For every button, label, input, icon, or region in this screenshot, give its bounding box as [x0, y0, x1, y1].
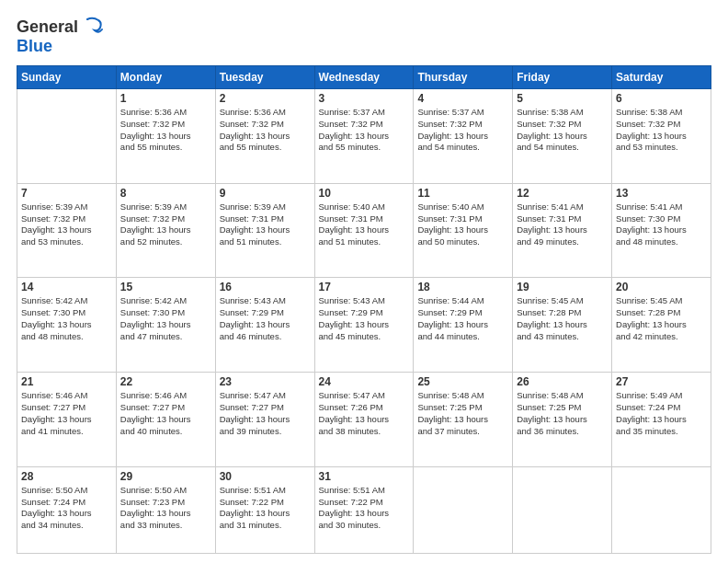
day-info: Sunrise: 5:48 AM Sunset: 7:25 PM Dayligh… — [517, 390, 608, 437]
day-info: Sunrise: 5:40 AM Sunset: 7:31 PM Dayligh… — [319, 201, 410, 248]
day-info: Sunrise: 5:47 AM Sunset: 7:26 PM Dayligh… — [319, 390, 410, 437]
calendar-cell: 3Sunrise: 5:37 AM Sunset: 7:32 PM Daylig… — [314, 89, 414, 184]
weekday-header: Saturday — [612, 66, 711, 89]
day-number: 27 — [616, 375, 707, 388]
day-info: Sunrise: 5:50 AM Sunset: 7:24 PM Dayligh… — [21, 485, 112, 532]
day-number: 18 — [417, 281, 508, 293]
day-info: Sunrise: 5:43 AM Sunset: 7:29 PM Dayligh… — [319, 295, 410, 342]
calendar-cell: 19Sunrise: 5:45 AM Sunset: 7:28 PM Dayli… — [513, 278, 612, 373]
calendar-cell: 26Sunrise: 5:48 AM Sunset: 7:25 PM Dayli… — [513, 373, 612, 467]
day-number: 12 — [517, 187, 608, 200]
calendar-cell: 24Sunrise: 5:47 AM Sunset: 7:26 PM Dayli… — [314, 373, 414, 467]
day-number: 8 — [120, 187, 211, 200]
day-number: 14 — [21, 281, 112, 293]
calendar-cell: 5Sunrise: 5:38 AM Sunset: 7:32 PM Daylig… — [513, 89, 612, 184]
day-number: 1 — [120, 92, 211, 105]
calendar-cell: 17Sunrise: 5:43 AM Sunset: 7:29 PM Dayli… — [314, 278, 414, 373]
logo-general-text: General — [17, 17, 78, 37]
day-info: Sunrise: 5:49 AM Sunset: 7:24 PM Dayligh… — [616, 390, 707, 437]
calendar-cell — [612, 466, 711, 553]
calendar-cell: 30Sunrise: 5:51 AM Sunset: 7:22 PM Dayli… — [215, 466, 314, 553]
calendar-cell: 21Sunrise: 5:46 AM Sunset: 7:27 PM Dayli… — [17, 373, 117, 467]
calendar-week-row: 7Sunrise: 5:39 AM Sunset: 7:32 PM Daylig… — [17, 183, 711, 278]
day-info: Sunrise: 5:36 AM Sunset: 7:32 PM Dayligh… — [220, 107, 311, 154]
calendar-cell — [513, 466, 612, 553]
weekday-header: Thursday — [414, 66, 513, 89]
header: General Blue — [17, 17, 711, 56]
day-info: Sunrise: 5:38 AM Sunset: 7:32 PM Dayligh… — [616, 107, 707, 154]
calendar-cell: 15Sunrise: 5:42 AM Sunset: 7:30 PM Dayli… — [116, 278, 215, 373]
day-info: Sunrise: 5:39 AM Sunset: 7:32 PM Dayligh… — [120, 201, 211, 248]
page: General Blue SundayMondayTuesdayWednesda… — [0, 0, 728, 563]
day-number: 3 — [319, 92, 410, 105]
calendar-week-row: 21Sunrise: 5:46 AM Sunset: 7:27 PM Dayli… — [17, 373, 711, 467]
day-number: 20 — [616, 281, 707, 293]
day-number: 25 — [417, 375, 508, 388]
calendar-header-row: SundayMondayTuesdayWednesdayThursdayFrid… — [17, 66, 711, 89]
day-number: 7 — [21, 187, 112, 200]
day-info: Sunrise: 5:36 AM Sunset: 7:32 PM Dayligh… — [120, 107, 211, 154]
day-number: 24 — [319, 375, 410, 388]
day-info: Sunrise: 5:51 AM Sunset: 7:22 PM Dayligh… — [220, 485, 311, 532]
day-number: 21 — [21, 375, 112, 388]
calendar-cell: 29Sunrise: 5:50 AM Sunset: 7:23 PM Dayli… — [116, 466, 215, 553]
calendar-table: SundayMondayTuesdayWednesdayThursdayFrid… — [17, 65, 711, 554]
weekday-header: Wednesday — [314, 66, 414, 89]
weekday-header: Tuesday — [215, 66, 314, 89]
logo-bird-icon — [78, 17, 104, 37]
day-number: 23 — [220, 375, 311, 388]
calendar-cell: 20Sunrise: 5:45 AM Sunset: 7:28 PM Dayli… — [612, 278, 711, 373]
calendar-cell: 1Sunrise: 5:36 AM Sunset: 7:32 PM Daylig… — [116, 89, 215, 184]
calendar-cell: 18Sunrise: 5:44 AM Sunset: 7:29 PM Dayli… — [414, 278, 513, 373]
day-number: 5 — [517, 92, 608, 105]
day-number: 11 — [417, 187, 508, 200]
calendar-cell: 23Sunrise: 5:47 AM Sunset: 7:27 PM Dayli… — [215, 373, 314, 467]
calendar-cell — [17, 89, 117, 184]
day-number: 30 — [220, 470, 311, 483]
day-info: Sunrise: 5:40 AM Sunset: 7:31 PM Dayligh… — [417, 201, 508, 248]
day-number: 13 — [616, 187, 707, 200]
logo-blue-text: Blue — [17, 37, 52, 56]
calendar-cell: 6Sunrise: 5:38 AM Sunset: 7:32 PM Daylig… — [612, 89, 711, 184]
calendar-cell: 28Sunrise: 5:50 AM Sunset: 7:24 PM Dayli… — [17, 466, 117, 553]
day-info: Sunrise: 5:39 AM Sunset: 7:31 PM Dayligh… — [220, 201, 311, 248]
day-info: Sunrise: 5:37 AM Sunset: 7:32 PM Dayligh… — [319, 107, 410, 154]
calendar-week-row: 14Sunrise: 5:42 AM Sunset: 7:30 PM Dayli… — [17, 278, 711, 373]
day-number: 29 — [120, 470, 211, 483]
day-info: Sunrise: 5:44 AM Sunset: 7:29 PM Dayligh… — [417, 295, 508, 342]
day-number: 26 — [517, 375, 608, 388]
calendar-cell: 2Sunrise: 5:36 AM Sunset: 7:32 PM Daylig… — [215, 89, 314, 184]
day-number: 22 — [120, 375, 211, 388]
day-info: Sunrise: 5:41 AM Sunset: 7:31 PM Dayligh… — [517, 201, 608, 248]
calendar-week-row: 28Sunrise: 5:50 AM Sunset: 7:24 PM Dayli… — [17, 466, 711, 553]
calendar-cell: 7Sunrise: 5:39 AM Sunset: 7:32 PM Daylig… — [17, 183, 117, 278]
calendar-cell: 9Sunrise: 5:39 AM Sunset: 7:31 PM Daylig… — [215, 183, 314, 278]
calendar-cell: 14Sunrise: 5:42 AM Sunset: 7:30 PM Dayli… — [17, 278, 117, 373]
day-info: Sunrise: 5:46 AM Sunset: 7:27 PM Dayligh… — [21, 390, 112, 437]
day-number: 17 — [319, 281, 410, 293]
day-info: Sunrise: 5:47 AM Sunset: 7:27 PM Dayligh… — [220, 390, 311, 437]
day-info: Sunrise: 5:50 AM Sunset: 7:23 PM Dayligh… — [120, 485, 211, 532]
day-info: Sunrise: 5:42 AM Sunset: 7:30 PM Dayligh… — [21, 295, 112, 342]
calendar-week-row: 1Sunrise: 5:36 AM Sunset: 7:32 PM Daylig… — [17, 89, 711, 184]
day-number: 19 — [517, 281, 608, 293]
day-number: 9 — [220, 187, 311, 200]
calendar-cell: 8Sunrise: 5:39 AM Sunset: 7:32 PM Daylig… — [116, 183, 215, 278]
calendar-cell: 4Sunrise: 5:37 AM Sunset: 7:32 PM Daylig… — [414, 89, 513, 184]
day-info: Sunrise: 5:41 AM Sunset: 7:30 PM Dayligh… — [616, 201, 707, 248]
weekday-header: Friday — [513, 66, 612, 89]
day-number: 28 — [21, 470, 112, 483]
day-info: Sunrise: 5:43 AM Sunset: 7:29 PM Dayligh… — [220, 295, 311, 342]
day-info: Sunrise: 5:45 AM Sunset: 7:28 PM Dayligh… — [616, 295, 707, 342]
day-number: 15 — [120, 281, 211, 293]
calendar-cell — [414, 466, 513, 553]
calendar-cell: 11Sunrise: 5:40 AM Sunset: 7:31 PM Dayli… — [414, 183, 513, 278]
day-info: Sunrise: 5:46 AM Sunset: 7:27 PM Dayligh… — [120, 390, 211, 437]
weekday-header: Monday — [116, 66, 215, 89]
weekday-header: Sunday — [17, 66, 117, 89]
calendar-cell: 13Sunrise: 5:41 AM Sunset: 7:30 PM Dayli… — [612, 183, 711, 278]
calendar-cell: 10Sunrise: 5:40 AM Sunset: 7:31 PM Dayli… — [314, 183, 414, 278]
day-info: Sunrise: 5:51 AM Sunset: 7:22 PM Dayligh… — [319, 485, 410, 532]
calendar-cell: 22Sunrise: 5:46 AM Sunset: 7:27 PM Dayli… — [116, 373, 215, 467]
calendar-cell: 27Sunrise: 5:49 AM Sunset: 7:24 PM Dayli… — [612, 373, 711, 467]
